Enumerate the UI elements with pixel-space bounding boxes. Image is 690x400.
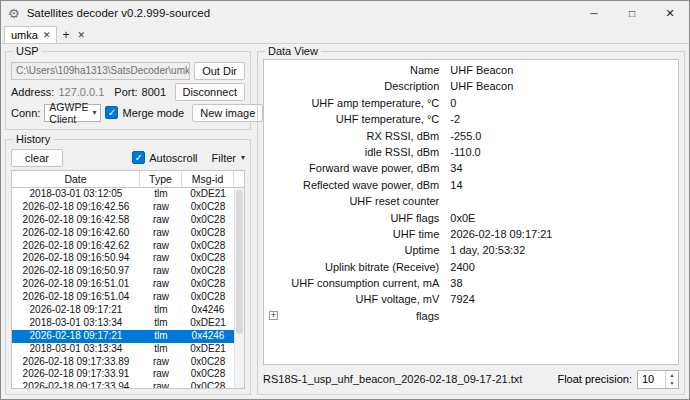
history-table-body: 2018-03-01 03:12:05 tlm 0xDE21 2026-02-1… [12,188,234,388]
out-dir-path-field[interactable]: C:\Users\109ha1313\SatsDecoder\umka [11,62,190,80]
cell-date: 2026-02-18 09:16:42.60 [12,227,140,240]
table-row[interactable]: 2026-02-18 09:17:21 tlm 0x4246 [12,304,234,317]
table-row[interactable]: 2018-03-01 03:12:05 tlm 0xDE21 [12,188,234,201]
out-dir-button[interactable]: Out Dir [194,62,245,80]
field-value: 0x0E [450,210,678,226]
right-panel: Data View + Name UHF Beacon + Descriptio… [257,45,685,395]
header-scroll-gutter [234,171,244,187]
cell-msgid: 0x0C28 [182,214,234,227]
merge-mode-checkbox-wrap[interactable]: ✓ Merge mode [105,106,184,119]
cell-msgid: 0x0C28 [182,265,234,278]
table-row[interactable]: 2026-02-18 09:16:51.01 raw 0x0C28 [12,278,234,291]
close-button[interactable]: ✕ [651,1,689,25]
tab-umka[interactable]: umka ✕ [4,26,57,43]
cell-msgid: 0xDE21 [182,343,234,356]
table-row[interactable]: 2018-03-01 03:13:34 tlm 0xDE21 [12,343,234,356]
spinner-down-icon[interactable]: ▼ [666,379,678,388]
tab-extra-close-icon[interactable]: ✕ [74,26,88,43]
cell-date: 2026-02-18 09:16:51.01 [12,278,140,291]
main-content: USP C:\Users\109ha1313\SatsDecoder\umka … [1,44,689,399]
field-name: Forward wave power, dBm [264,160,450,176]
close-icon: ✕ [665,7,674,20]
add-tab-button[interactable]: + [57,26,74,43]
expand-icon[interactable]: + [269,311,278,320]
spinner-arrows: ▲ ▼ [665,371,678,388]
data-view-row[interactable]: + Name UHF Beacon [264,62,678,78]
address-field[interactable]: 127.0.0.1 [58,86,104,98]
table-row[interactable]: 2026-02-18 09:16:50.97 raw 0x0C28 [12,265,234,278]
data-view-row[interactable]: + UHF reset counter [264,193,678,209]
merge-mode-checkbox[interactable]: ✓ [105,106,118,119]
table-row[interactable]: 2026-02-18 09:17:33.91 raw 0x0C28 [12,368,234,381]
table-row[interactable]: 2018-03-01 03:13:34 tlm 0xDE21 [12,317,234,330]
data-view-row[interactable]: + Forward wave power, dBm 34 [264,160,678,176]
table-row[interactable]: 2026-02-18 09:16:51.04 raw 0x0C28 [12,291,234,304]
data-view-row[interactable]: + flags [264,308,678,324]
cell-msgid: 0xDE21 [182,317,234,330]
history-scrollbar-thumb[interactable] [236,190,243,334]
table-row[interactable]: 2026-02-18 09:17:33.94 raw 0x0C28 [12,381,234,388]
autoscroll-checkbox[interactable]: ✓ [132,151,145,164]
data-view-row[interactable]: + UHF time 2026-02-18 09:17:21 [264,226,678,242]
new-image-button[interactable]: New image [192,104,263,122]
history-group-title: History [13,133,53,145]
autoscroll-label: Autoscroll [149,152,197,164]
conn-select[interactable]: AGWPE Client ▾ [44,104,101,122]
column-header-date[interactable]: Date [12,171,140,187]
data-view-row[interactable]: + UHF consumption current, mA 38 [264,275,678,291]
clear-button[interactable]: clear [11,149,63,167]
maximize-button[interactable]: □ [613,1,651,25]
tab-close-icon[interactable]: ✕ [43,30,51,40]
table-row[interactable]: 2026-02-18 09:16:42.62 raw 0x0C28 [12,240,234,253]
spinner-up-icon[interactable]: ▲ [666,371,678,380]
data-view-row[interactable]: + UHF temperature, °C -2 [264,111,678,127]
data-view-row[interactable]: + Description UHF Beacon [264,78,678,94]
data-view-row[interactable]: + UHF voltage, mV 7924 [264,291,678,307]
float-precision-spinner[interactable]: ▲ ▼ [637,370,679,389]
field-value: 38 [450,275,678,291]
data-view-row[interactable]: + Uptime 1 day, 20:53:32 [264,242,678,258]
usp-path-row: C:\Users\109ha1313\SatsDecoder\umka Out … [11,61,245,80]
column-header-msgid[interactable]: Msg-id [182,171,234,187]
table-row[interactable]: 2026-02-18 09:16:42.56 raw 0x0C28 [12,201,234,214]
port-label: Port: [114,86,137,98]
float-precision-label: Float precision: [557,373,632,385]
field-name: RX RSSI, dBm [264,128,450,144]
cell-msgid: 0x0C28 [182,227,234,240]
field-name: UHF amp temperature, °C [264,95,450,111]
history-controls: clear ✓ Autoscroll Filter ▾ [11,148,245,167]
table-row[interactable]: 2026-02-18 09:16:50.94 raw 0x0C28 [12,252,234,265]
data-view-row[interactable]: + RX RSSI, dBm -255.0 [264,128,678,144]
field-value: 34 [450,160,678,176]
cell-type: raw [140,278,182,291]
cell-type: tlm [140,317,182,330]
data-view-row[interactable]: + UHF amp temperature, °C 0 [264,95,678,111]
table-row[interactable]: 2026-02-18 09:17:21 tlm 0x4246 [12,330,234,343]
data-view-row[interactable]: + Uplink bitrate (Receive) 2400 [264,259,678,275]
cell-date: 2026-02-18 09:17:33.94 [12,381,140,388]
cell-type: raw [140,368,182,381]
disconnect-button[interactable]: Disconnect [175,83,245,101]
data-view-footer: RS18S-1_usp_uhf_beacon_2026-02-18_09-17-… [263,369,679,389]
history-scrollbar[interactable] [234,188,244,388]
data-view-row[interactable]: + idle RSSI, dBm -110.0 [264,144,678,160]
port-field[interactable]: 8001 [142,86,166,98]
minimize-icon: ─ [590,8,597,19]
autoscroll-checkbox-wrap[interactable]: ✓ Autoscroll [132,151,197,164]
address-label: Address: [11,86,54,98]
cell-msgid: 0x0C28 [182,381,234,388]
table-row[interactable]: 2026-02-18 09:16:42.60 raw 0x0C28 [12,227,234,240]
data-view-group: Data View + Name UHF Beacon + Descriptio… [257,45,685,395]
data-view-row[interactable]: + Reflected wave power, dBm 14 [264,177,678,193]
data-view-row[interactable]: + UHF flags 0x0E [264,210,678,226]
field-name: idle RSSI, dBm [264,144,450,160]
history-table: Date Type Msg-id 2018-03-01 03:12:05 tlm [11,170,245,389]
filter-menu-button[interactable]: Filter ▾ [212,152,245,164]
column-header-type[interactable]: Type [140,171,182,187]
minimize-button[interactable]: ─ [575,1,613,25]
table-row[interactable]: 2026-02-18 09:16:42.58 raw 0x0C28 [12,214,234,227]
table-row[interactable]: 2026-02-18 09:17:33.89 raw 0x0C28 [12,356,234,369]
float-precision-input[interactable] [638,371,665,388]
conn-label: Conn: [11,107,40,119]
cell-type: raw [140,227,182,240]
